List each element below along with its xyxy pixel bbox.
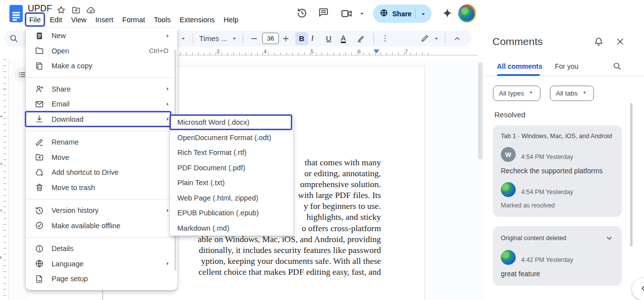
menu-item-label: Details bbox=[52, 245, 73, 252]
user-avatar[interactable] bbox=[458, 4, 476, 22]
comment-entry: W4:54 PM Yesterday bbox=[501, 147, 614, 162]
menu-item-email[interactable]: Email bbox=[26, 97, 177, 112]
filter-all-tabs[interactable]: All tabs bbox=[550, 86, 594, 101]
meet-dropdown-caret-icon[interactable] bbox=[358, 10, 366, 19]
annotation-box-file bbox=[25, 12, 45, 27]
submenu-item-plain-text-txt[interactable]: Plain Text (.txt) bbox=[170, 175, 293, 191]
menu-item-label: Share bbox=[52, 85, 71, 93]
right-indent-marker[interactable] bbox=[374, 50, 379, 53]
ruler-number: 6 bbox=[358, 49, 361, 54]
comment-cards: Tab 1 · Windows, Mac, iOS, and AndroidW4… bbox=[493, 125, 622, 286]
menubar: FileEditViewInsertFormatToolsExtensionsH… bbox=[25, 14, 243, 25]
comment-card[interactable]: Original content deleted4:42 PM Yesterda… bbox=[493, 226, 622, 286]
pen-dropdown-caret-icon[interactable] bbox=[433, 30, 440, 47]
trash-icon bbox=[35, 183, 44, 192]
tab-all-comments[interactable]: All comments bbox=[497, 62, 542, 70]
share-visibility-globe-icon bbox=[379, 8, 388, 19]
avatar bbox=[501, 250, 516, 265]
comments-scrollbar[interactable] bbox=[630, 103, 633, 247]
drive-add-icon bbox=[35, 168, 44, 177]
horizontal-ruler: 34567 bbox=[174, 48, 478, 57]
toolbar-separator bbox=[193, 34, 193, 44]
menu-item-new[interactable]: New bbox=[26, 28, 177, 44]
toolbar-separator bbox=[374, 34, 374, 44]
menu-item-page-setup[interactable]: Page setup bbox=[26, 271, 177, 287]
google-docs-logo-icon[interactable] bbox=[9, 5, 23, 22]
menu-item-make-a-copy[interactable]: Make a copy bbox=[26, 58, 177, 74]
search-menus-icon[interactable] bbox=[9, 30, 18, 47]
tabs-divider bbox=[484, 76, 644, 76]
comment-timestamp: 4:54 PM Yesterday bbox=[521, 189, 573, 197]
menubar-item-format[interactable]: Format bbox=[118, 14, 150, 25]
header-actions: Share bbox=[286, 0, 484, 28]
share-dropdown-caret-icon[interactable] bbox=[420, 10, 427, 20]
pen-mode-icon[interactable] bbox=[420, 30, 429, 47]
version-history-icon[interactable] bbox=[296, 7, 308, 21]
menubar-item-help[interactable]: Help bbox=[219, 14, 243, 25]
filter-label: All types bbox=[499, 90, 524, 97]
comment-card[interactable]: Tab 1 · Windows, Mac, iOS, and AndroidW4… bbox=[493, 125, 622, 217]
font-size-input[interactable]: 36 bbox=[262, 33, 279, 44]
gemini-sparkle-icon[interactable] bbox=[441, 7, 453, 21]
menu-item-label: Move to trash bbox=[52, 184, 95, 192]
menubar-item-edit[interactable]: Edit bbox=[45, 14, 66, 25]
document-scrollbar[interactable] bbox=[478, 62, 483, 159]
decrease-font-size-icon[interactable] bbox=[250, 30, 259, 47]
font-family-caret-icon[interactable] bbox=[231, 30, 238, 47]
open-comments-icon[interactable] bbox=[318, 7, 329, 20]
menu-item-share[interactable]: Share bbox=[26, 82, 177, 97]
toolbar-separator bbox=[243, 34, 243, 44]
new-document-icon bbox=[35, 31, 44, 41]
menu-item-label: Open bbox=[52, 47, 69, 55]
styles-dropdown-caret-icon[interactable] bbox=[180, 30, 187, 47]
text-color-button[interactable]: A bbox=[341, 30, 354, 47]
avatar-image bbox=[460, 6, 475, 21]
menu-item-details[interactable]: Details bbox=[26, 241, 177, 256]
submenu-item-web-page-html-zipped[interactable]: Web Page (.html, zipped) bbox=[170, 191, 293, 206]
menu-divider bbox=[26, 77, 177, 78]
submenu-item-pdf-document-pdf[interactable]: PDF Document (.pdf) bbox=[170, 160, 293, 176]
menu-item-version-history[interactable]: Version history bbox=[26, 203, 177, 218]
menu-item-open[interactable]: OpenCtrl+O bbox=[26, 44, 177, 59]
toolbar-separator bbox=[445, 34, 445, 44]
menu-item-move-to-trash[interactable]: Move to trash bbox=[26, 180, 177, 196]
bold-button[interactable]: B bbox=[295, 32, 308, 45]
menu-item-language[interactable]: Language bbox=[26, 256, 177, 272]
more-options-icon[interactable] bbox=[380, 30, 390, 47]
menu-item-add-shortcut-to-drive[interactable]: Add shortcut to Drive bbox=[26, 165, 177, 180]
menu-item-move[interactable]: Move bbox=[26, 150, 177, 165]
menubar-item-insert[interactable]: Insert bbox=[91, 14, 118, 25]
search-comments-icon[interactable] bbox=[612, 61, 622, 73]
submenu-arrow-icon bbox=[164, 85, 171, 93]
menubar-item-view[interactable]: View bbox=[66, 14, 91, 25]
filter-all-types[interactable]: All types bbox=[493, 86, 540, 101]
highlighter-icon[interactable] bbox=[357, 30, 366, 47]
menubar-item-extensions[interactable]: Extensions bbox=[175, 14, 219, 25]
menu-item-make-available-offline[interactable]: Make available offline bbox=[26, 218, 177, 234]
comment-timestamp: 4:42 PM Yesterday bbox=[521, 256, 573, 265]
italic-button[interactable]: I bbox=[311, 30, 324, 47]
font-family-select[interactable]: Times ... bbox=[199, 30, 227, 47]
comment-timestamp: 4:54 PM Yesterday bbox=[521, 153, 573, 162]
increase-font-size-icon[interactable] bbox=[281, 30, 290, 47]
menu-item-label: Language bbox=[52, 260, 84, 268]
submenu-item-opendocument-format-odt[interactable]: OpenDocument Format (.odt) bbox=[170, 130, 293, 146]
notifications-bell-icon[interactable] bbox=[593, 37, 604, 49]
submenu-item-epub-publication-epub[interactable]: EPUB Publication (.epub) bbox=[170, 205, 293, 221]
menubar-item-tools[interactable]: Tools bbox=[150, 14, 175, 25]
submenu-item-rich-text-format-rtf[interactable]: Rich Text Format (.rtf) bbox=[170, 145, 293, 160]
menu-item-label: Rename bbox=[52, 138, 79, 146]
underline-button[interactable]: U bbox=[326, 30, 339, 47]
meet-videocam-icon[interactable] bbox=[340, 7, 353, 22]
menu-item-rename[interactable]: Rename bbox=[26, 135, 177, 150]
submenu-item-markdown-md[interactable]: Markdown (.md) bbox=[170, 221, 293, 236]
ruler-number: 1 bbox=[0, 115, 3, 118]
close-panel-icon[interactable] bbox=[615, 37, 625, 49]
hide-menus-chevron-up-icon[interactable] bbox=[453, 30, 462, 47]
chevron-down-icon bbox=[528, 89, 535, 98]
menu-item-label: New bbox=[52, 32, 66, 40]
globe-icon bbox=[35, 259, 44, 268]
tab-for-you[interactable]: For you bbox=[555, 62, 578, 70]
chevron-down-icon[interactable] bbox=[605, 234, 614, 243]
ruler-baseline bbox=[174, 55, 478, 55]
